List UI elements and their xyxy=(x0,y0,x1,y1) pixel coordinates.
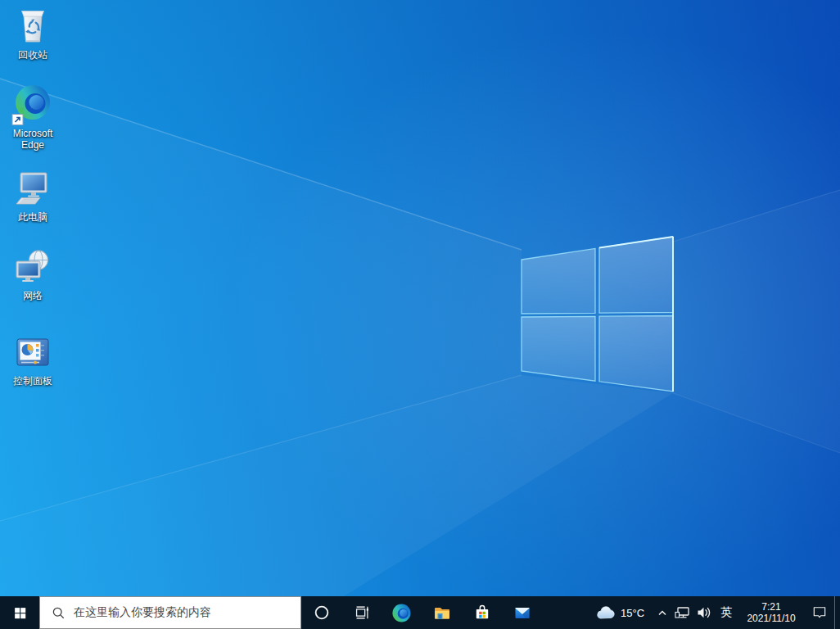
show-desktop-button[interactable] xyxy=(834,596,840,629)
windows-logo xyxy=(522,237,673,391)
chevron-up-icon xyxy=(656,607,669,618)
clock-date: 2021/11/10 xyxy=(747,613,795,624)
control-panel-icon xyxy=(2,331,64,373)
desktop-icon-label: Microsoft Edge xyxy=(2,128,64,151)
search-icon xyxy=(52,606,65,620)
ethernet-icon xyxy=(675,605,691,620)
computer-icon xyxy=(2,167,64,210)
light-rays xyxy=(0,79,840,596)
mail-envelope-icon xyxy=(513,603,532,622)
desktop-icon-control-panel[interactable]: 控制面板 xyxy=(2,331,64,387)
taskbar-button-mail[interactable] xyxy=(502,596,542,629)
volume-button[interactable] xyxy=(693,596,715,629)
ime-language-indicator[interactable]: 英 xyxy=(715,596,738,629)
recycle-bin-icon xyxy=(2,5,64,48)
taskbar-clock[interactable]: 7:21 2021/11/10 xyxy=(738,596,805,629)
windows-desktop: 回收站 xyxy=(0,0,840,629)
weather-widget[interactable]: 15°C xyxy=(587,596,653,629)
desktop-icon-recycle-bin[interactable]: 回收站 xyxy=(2,5,64,61)
desktop-icon-this-pc[interactable]: 此电脑 xyxy=(2,167,64,223)
store-bag-icon xyxy=(472,603,492,622)
speaker-icon xyxy=(696,605,712,620)
cortana-circle-icon xyxy=(313,604,331,622)
windows-start-icon xyxy=(13,606,27,620)
network-globe-icon xyxy=(2,246,64,288)
show-hidden-icons-button[interactable] xyxy=(653,596,672,629)
shortcut-arrow-badge xyxy=(12,115,23,125)
search-placeholder: 在这里输入你要搜索的内容 xyxy=(74,605,211,620)
taskbar-button-microsoft-store[interactable] xyxy=(462,596,502,629)
edge-icon xyxy=(2,84,64,126)
clock-time: 7:21 xyxy=(761,601,780,613)
desktop-icon-label: 此电脑 xyxy=(2,211,64,223)
start-button[interactable] xyxy=(0,596,39,629)
cloud-icon xyxy=(595,605,616,620)
taskbar-app-row xyxy=(301,596,542,629)
system-tray: 15°C 英 xyxy=(587,596,840,629)
desktop-icon-label: 控制面板 xyxy=(2,375,64,387)
task-view-icon xyxy=(353,604,371,622)
network-status-button[interactable] xyxy=(672,596,693,629)
wallpaper-art xyxy=(0,0,840,596)
temperature-text: 15°C xyxy=(621,607,644,619)
desktop-icon-label: 网络 xyxy=(2,290,64,301)
edge-icon xyxy=(391,603,412,623)
desktop-icon-label: 回收站 xyxy=(2,49,64,61)
desktop-wallpaper xyxy=(0,0,840,596)
action-center-button[interactable] xyxy=(805,596,834,629)
desktop-icon-network[interactable]: 网络 xyxy=(2,246,64,301)
taskbar-search-input[interactable]: 在这里输入你要搜索的内容 xyxy=(39,596,301,629)
desktop-icon-microsoft-edge[interactable]: Microsoft Edge xyxy=(2,84,64,151)
taskbar-button-task-view[interactable] xyxy=(341,596,382,629)
folder-icon xyxy=(432,603,452,622)
taskbar-button-cortana[interactable] xyxy=(301,596,341,629)
taskbar-button-edge[interactable] xyxy=(382,596,422,629)
taskbar-button-file-explorer[interactable] xyxy=(422,596,462,629)
action-center-icon xyxy=(811,604,828,621)
taskbar: 在这里输入你要搜索的内容 xyxy=(0,596,840,629)
